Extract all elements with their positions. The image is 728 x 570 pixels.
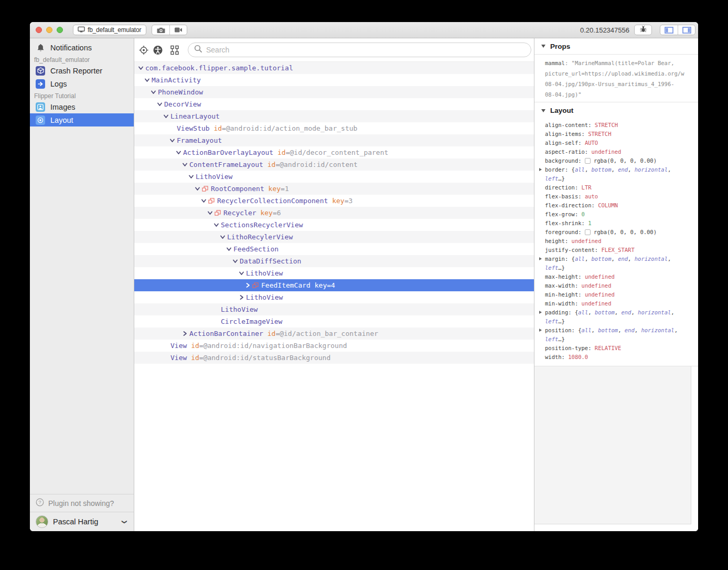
expand-triangle-icon[interactable] [539, 257, 542, 260]
tree-row-MainActivity[interactable]: MainActivity [134, 74, 534, 86]
prop-key: margin [545, 256, 565, 262]
chevron-collapsed-icon[interactable] [245, 283, 252, 288]
node-name: RootComponent [211, 183, 264, 195]
props-section-header[interactable]: Props [534, 38, 698, 55]
layout-prop-border[interactable]: border: {all, bottom, end, horizontal, l… [545, 165, 689, 183]
equals-sign: = [199, 340, 204, 352]
layout-section-header[interactable]: Layout [534, 102, 698, 119]
layout-prop-padding[interactable]: padding: {all, bottom, end, horizontal, … [545, 308, 689, 326]
tree-row-ContentFrameLayout[interactable]: ContentFrameLayout id=@android:id/conten… [134, 159, 534, 171]
screenshot-button[interactable] [152, 25, 169, 35]
toggle-left-sidebar-button[interactable] [660, 25, 678, 35]
layout-prop-margin[interactable]: margin: {all, bottom, end, horizontal, l… [545, 255, 689, 272]
chevron-expanded-icon[interactable] [183, 162, 189, 167]
sidebar-item-logs[interactable]: Logs [30, 77, 134, 90]
chevron-expanded-icon[interactable] [195, 186, 202, 191]
sidebar-item-images[interactable]: Images [30, 100, 134, 113]
expand-tree-button[interactable] [170, 45, 179, 55]
tree-row-ActionBarContainer[interactable]: ActionBarContainer id=@id/action_bar_con… [134, 328, 534, 340]
node-attr-name: id [267, 328, 276, 340]
chevron-expanded-icon[interactable] [164, 114, 170, 119]
minimize-window-button[interactable] [46, 27, 52, 33]
toggle-right-sidebar-button[interactable] [678, 25, 695, 35]
prop-key: flex-grow [545, 211, 575, 217]
tree-row-DataDiffSection[interactable]: DataDiffSection [134, 255, 534, 267]
chevron-collapsed-icon[interactable] [239, 295, 246, 300]
color-checkbox[interactable] [585, 158, 591, 164]
sidebar-item-label: Notifications [50, 44, 92, 52]
colon: : [565, 166, 572, 173]
color-checkbox[interactable] [585, 229, 591, 235]
mammal-value-line: 08-04.jpg/190px-Ursus_maritimus_4_1996- [545, 79, 689, 89]
layout-prop-position[interactable]: position: {all, bottom, end, horizontal,… [545, 326, 689, 344]
chevron-expanded-icon[interactable] [176, 150, 183, 155]
expand-triangle-icon[interactable] [539, 311, 542, 314]
sidebar-item-notifications[interactable]: Notifications [30, 41, 134, 54]
tree-row-FrameLayout[interactable]: FrameLayout [134, 134, 534, 146]
close-window-button[interactable] [36, 27, 42, 33]
tree-row-CircleImageView[interactable]: CircleImageView [134, 315, 534, 328]
chevron-expanded-icon[interactable] [138, 66, 145, 70]
chevron-expanded-icon[interactable] [214, 223, 221, 227]
expand-triangle-icon[interactable] [539, 329, 542, 332]
chevron-collapsed-icon[interactable] [183, 331, 189, 336]
tree-row-RootComponent[interactable]: RootComponent key=1 [134, 183, 534, 195]
report-bug-button[interactable] [634, 25, 652, 35]
prop-key: height [545, 238, 565, 244]
tree-row-ViewStub[interactable]: ViewStub id=@android:id/action_mode_bar_… [134, 122, 534, 134]
node-attr-value: @android:id/navigationBarBackground [204, 340, 347, 352]
tree-row-LithoView[interactable]: LithoView [134, 291, 534, 303]
screen-record-button[interactable] [169, 25, 187, 35]
device-selector-button[interactable]: fb_default_emulator [73, 25, 146, 35]
tree-row-ActionBarOverlayLayout[interactable]: ActionBarOverlayLayout id=@id/decor_cont… [134, 146, 534, 159]
chevron-expanded-icon[interactable] [201, 198, 208, 203]
chevron-expanded-icon[interactable] [145, 78, 152, 82]
tree-row-View[interactable]: View id=@android:id/statusBarBackground [134, 352, 534, 364]
tree-row-PhoneWindow[interactable]: PhoneWindow [134, 86, 534, 98]
tree-row-LinearLayout[interactable]: LinearLayout [134, 110, 534, 122]
chevron-expanded-icon[interactable] [170, 138, 177, 143]
tree-row-DecorView[interactable]: DecorView [134, 98, 534, 110]
chevron-expanded-icon[interactable] [233, 259, 240, 263]
prop-key: background [545, 157, 578, 164]
colon: : [578, 291, 585, 298]
node-attr-value: @android:id/action_mode_bar_stub [226, 122, 357, 134]
tree-row-View[interactable]: View id=@android:id/navigationBarBackgro… [134, 340, 534, 352]
chevron-expanded-icon[interactable] [227, 247, 233, 251]
user-menu[interactable]: Pascal Hartig ❯ [30, 512, 134, 531]
tree-row-SectionsRecyclerView[interactable]: SectionsRecyclerView [134, 219, 534, 231]
equals-sign: = [345, 195, 349, 207]
tree-row-LithoRecylerView[interactable]: LithoRecylerView [134, 231, 534, 243]
tree-row-FeedSection[interactable]: FeedSection [134, 243, 534, 255]
tree-row-LithoView[interactable]: LithoView [134, 267, 534, 279]
chevron-expanded-icon[interactable] [239, 271, 246, 276]
zoom-window-button[interactable] [57, 27, 63, 33]
chevron-expanded-icon[interactable] [208, 210, 215, 215]
chevron-expanded-icon[interactable] [189, 174, 196, 179]
mammal-value-line: mammal: "MarineMammal(title=Polar Bear, [545, 58, 689, 68]
object-field-name: bottom [592, 166, 612, 173]
expand-triangle-icon[interactable] [539, 168, 542, 171]
plugin-help-link[interactable]: ? Plugin not showing? [30, 494, 134, 512]
colon: : [575, 300, 582, 307]
target-mode-button[interactable] [139, 45, 148, 55]
colon: : [565, 256, 572, 262]
object-field-name: left [545, 175, 558, 182]
sidebar-item-crash-reporter[interactable]: Crash Reporter [30, 64, 134, 77]
object-field-name: all [582, 327, 592, 333]
colon: : [568, 309, 575, 315]
chevron-expanded-icon[interactable] [157, 102, 164, 107]
chevron-expanded-icon[interactable] [220, 235, 227, 239]
accessibility-mode-button[interactable] [153, 45, 163, 55]
search-input[interactable] [206, 46, 500, 54]
tree-row-LithoView[interactable]: LithoView [134, 303, 534, 315]
chevron-expanded-icon[interactable] [151, 90, 158, 94]
tree-row-Recycler[interactable]: Recycler key=6 [134, 207, 534, 219]
monitor-icon [78, 26, 85, 34]
tree-row-LithoView[interactable]: LithoView [134, 171, 534, 183]
prop-value: : "MarineMammal(title=Polar Bear, [565, 60, 675, 66]
tree-row-RecyclerCollectionComponent[interactable]: RecyclerCollectionComponent key=3 [134, 195, 534, 207]
tree-row-FeedItemCard[interactable]: FeedItemCard key=4 [134, 279, 534, 291]
tree-row-com.facebook.flipper.sample.tutorial[interactable]: com.facebook.flipper.sample.tutorial [134, 62, 534, 74]
sidebar-item-layout[interactable]: Layout [30, 113, 134, 126]
